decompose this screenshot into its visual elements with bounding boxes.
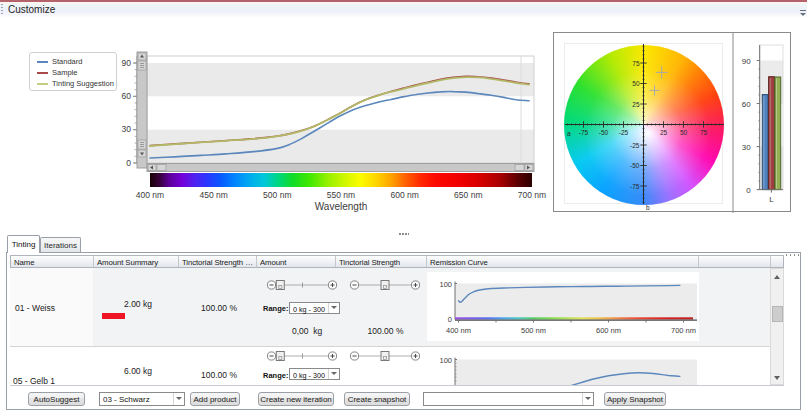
svg-text:100: 100 (439, 280, 452, 289)
svg-text:400 nm: 400 nm (136, 190, 164, 200)
svg-text:700 nm: 700 nm (518, 190, 546, 200)
svg-text:-50: -50 (599, 129, 609, 136)
svg-text:100: 100 (439, 356, 452, 365)
svg-text:400 nm: 400 nm (446, 326, 471, 335)
svg-text:75: 75 (700, 129, 708, 136)
svg-text:600 nm: 600 nm (391, 190, 419, 200)
svg-text:-25: -25 (619, 129, 629, 136)
svg-text:-50: -50 (630, 162, 640, 169)
svg-text:60: 60 (122, 91, 132, 101)
svg-text:0: 0 (126, 158, 131, 168)
svg-text:b: b (646, 204, 650, 211)
svg-text:-75: -75 (630, 183, 640, 190)
svg-text:Wavelength: Wavelength (315, 201, 367, 212)
svg-text:500 nm: 500 nm (521, 326, 546, 335)
svg-text:550 nm: 550 nm (327, 190, 355, 200)
svg-text:25: 25 (632, 101, 640, 108)
svg-text:500 nm: 500 nm (263, 190, 291, 200)
svg-text:90: 90 (742, 57, 751, 66)
svg-text:90: 90 (122, 58, 132, 68)
svg-text:0: 0 (746, 186, 751, 195)
svg-text:0: 0 (448, 315, 452, 324)
svg-text:25: 25 (660, 129, 668, 136)
svg-text:60: 60 (742, 100, 751, 109)
svg-text:50: 50 (680, 129, 688, 136)
svg-text:75: 75 (632, 60, 640, 67)
svg-text:650 nm: 650 nm (454, 190, 482, 200)
svg-text:L: L (769, 195, 774, 204)
svg-text:30: 30 (122, 124, 132, 134)
svg-text:a: a (567, 130, 571, 137)
svg-text:-25: -25 (630, 142, 640, 149)
svg-text:30: 30 (742, 143, 751, 152)
svg-text:700 nm: 700 nm (671, 326, 696, 335)
svg-text:450 nm: 450 nm (200, 190, 228, 200)
svg-text:-75: -75 (579, 129, 589, 136)
svg-text:600 nm: 600 nm (596, 326, 621, 335)
svg-text:50: 50 (632, 80, 640, 87)
